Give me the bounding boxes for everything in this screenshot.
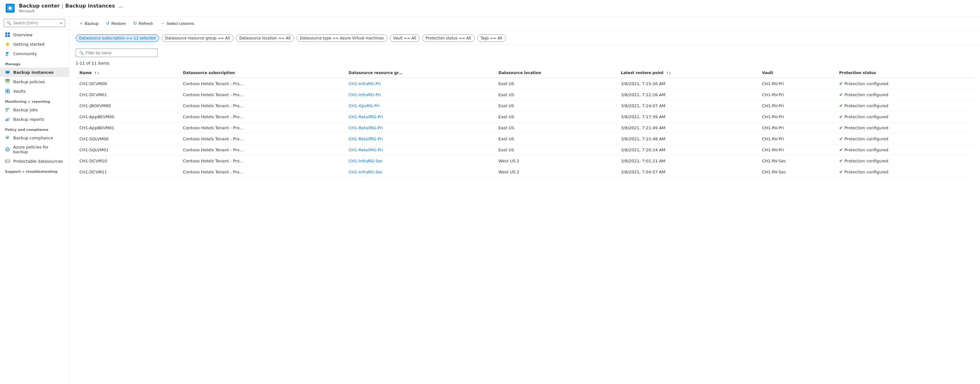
filter-chip-tags[interactable]: Tags == All [477, 34, 506, 42]
sidebar-item-label-backup-policies: Backup policies [13, 80, 45, 84]
sidebar-item-protectable-datasources[interactable]: Protectable datasources [0, 156, 69, 166]
svg-rect-3 [8, 32, 10, 34]
table-row[interactable]: CH1-DCVM11Contoso Hotels Tenant - Pro...… [76, 166, 974, 177]
table-cell-vault: CH1-RV-Pri [758, 144, 835, 155]
collapse-icon[interactable]: « [60, 21, 62, 25]
table-cell-vault: CH1-RV-Sec [758, 155, 835, 166]
table-row[interactable]: CH1-JBOXVM00Contoso Hotels Tenant - Pro.… [76, 100, 974, 111]
table-cell-datasource-resource-group[interactable]: CH1-RetailRG-Pri [345, 133, 495, 144]
table-cell-datasource-resource-group[interactable]: CH1-InfraRG-Sec [345, 155, 495, 166]
table-cell-protection-status: ✔Protection configured [835, 122, 974, 133]
sidebar-item-label-backup-jobs: Backup jobs [13, 107, 38, 112]
table-row[interactable]: CH1-AppBEVM00Contoso Hotels Tenant - Pro… [76, 111, 974, 122]
table-row[interactable]: CH1-DCVM00Contoso Hotels Tenant - Pro...… [76, 78, 974, 89]
sidebar-nav-overview[interactable]: Overview [0, 30, 69, 40]
filter-chip-datasource-location[interactable]: Datasource location == All [236, 34, 294, 42]
filter-chip-datasource-type[interactable]: Datasource type == Azure Virtual machine… [296, 34, 387, 42]
filter-chip-vault[interactable]: Vault == All [390, 34, 420, 42]
table-cell-latest-restore-point: 3/8/2021, 7:20:24 AM [617, 144, 759, 155]
sidebar-item-backup-reports[interactable]: Backup reports [0, 115, 69, 124]
table-cell-vault: CH1-RV-Pri [758, 122, 835, 133]
protection-status-text: Protection configured [845, 170, 888, 174]
vaults-icon [5, 89, 10, 94]
filter-chip-datasource-resource-group[interactable]: Datasource resource group == All [162, 34, 234, 42]
sidebar-nav-community[interactable]: Community [0, 49, 69, 58]
filter-by-name-input[interactable] [86, 51, 154, 55]
table-cell-datasource-location: East US [495, 144, 617, 155]
col-header-name[interactable]: Name ↑↓ [76, 68, 179, 78]
content-area: ＋ Backup ↺ Restore ↻ Refresh → Select co… [69, 16, 980, 384]
table-cell-datasource-resource-group[interactable]: CH1-InfraRG-Sec [345, 166, 495, 177]
col-header-datasource-resource-group: Datasource resource gr... [345, 68, 495, 78]
status-badge: ✔Protection configured [839, 114, 970, 119]
table-row[interactable]: CH1-SQLVM01Contoso Hotels Tenant - Pro..… [76, 144, 974, 155]
filter-chip-datasource-subscription[interactable]: Datasource subscription == 12 selected [76, 34, 159, 42]
protection-check-icon: ✔ [839, 92, 843, 97]
protection-status-text: Protection configured [845, 92, 888, 97]
main-layout: 🔍 « Overview Getting started Community M… [0, 16, 980, 384]
svg-rect-11 [5, 80, 10, 80]
table-cell-datasource-location: East US [495, 133, 617, 144]
table-cell-datasource-resource-group[interactable]: CH1-InfraRG-Pri [345, 89, 495, 100]
table-cell-vault: CH1-RV-Pri [758, 78, 835, 89]
sidebar-item-backup-jobs[interactable]: Backup jobs [0, 105, 69, 115]
more-button[interactable]: ... [118, 3, 123, 9]
sidebar: 🔍 « Overview Getting started Community M… [0, 16, 69, 384]
table-row[interactable]: CH1-AppBEVM01Contoso Hotels Tenant - Pro… [76, 122, 974, 133]
table-cell-datasource-resource-group[interactable]: CH1-RetailRG-Pri [345, 111, 495, 122]
support-section-label: Support + troubleshooting [0, 166, 69, 175]
svg-rect-18 [8, 117, 10, 121]
table-cell-datasource-location: East US [495, 78, 617, 89]
protection-check-icon: ✔ [839, 103, 843, 108]
manage-section-label: Manage [0, 58, 69, 67]
table-cell-datasource-resource-group[interactable]: CH1-RetailRG-Pri [345, 144, 495, 155]
table-row[interactable]: CH1-DCVM10Contoso Hotels Tenant - Pro...… [76, 155, 974, 166]
svg-rect-10 [6, 71, 9, 73]
backup-icon: ＋ [79, 21, 83, 26]
sidebar-item-label-overview: Overview [13, 32, 32, 37]
protection-status-text: Protection configured [845, 104, 888, 108]
filter-chip-protection-status[interactable]: Protection status == All [422, 34, 474, 42]
sidebar-item-azure-policies[interactable]: Azure policies for backup [0, 142, 69, 156]
table-cell-datasource-resource-group[interactable]: CH1-InfraRG-Pri [345, 78, 495, 89]
toolbar: ＋ Backup ↺ Restore ↻ Refresh → Select co… [69, 16, 980, 30]
table-cell-datasource-resource-group[interactable]: CH1-RetailRG-Pri [345, 122, 495, 133]
table-row[interactable]: CH1-SQLVM00Contoso Hotels Tenant - Pro..… [76, 133, 974, 144]
restore-icon: ↺ [106, 21, 110, 26]
svg-point-7 [8, 52, 10, 54]
sidebar-search-input[interactable] [13, 21, 58, 25]
table-body: CH1-DCVM00Contoso Hotels Tenant - Pro...… [76, 78, 974, 177]
protection-check-icon: ✔ [839, 158, 843, 163]
table-cell-protection-status: ✔Protection configured [835, 89, 974, 100]
table-cell-datasource-resource-group[interactable]: CH1-OpsRG-Pri [345, 100, 495, 111]
table-row[interactable]: CH1-DCVM01Contoso Hotels Tenant - Pro...… [76, 89, 974, 100]
svg-point-6 [6, 52, 8, 54]
table-cell-datasource-subscription: Contoso Hotels Tenant - Pro... [179, 100, 345, 111]
col-header-latest-restore-point[interactable]: Latest restore point ↑↓ [617, 68, 759, 78]
table-cell-name: CH1-DCVM10 [76, 155, 179, 166]
protection-check-icon: ✔ [839, 169, 843, 174]
table-cell-name: CH1-DCVM01 [76, 89, 179, 100]
sidebar-item-backup-policies[interactable]: Backup policies [0, 77, 69, 86]
restore-button[interactable]: ↺ Restore [103, 19, 129, 27]
sidebar-nav-getting-started[interactable]: Getting started [0, 40, 69, 49]
protection-status-text: Protection configured [845, 81, 888, 86]
svg-rect-13 [5, 83, 10, 84]
sidebar-item-vaults[interactable]: Vaults [0, 86, 69, 96]
backup-button[interactable]: ＋ Backup [76, 19, 102, 28]
table-cell-datasource-subscription: Contoso Hotels Tenant - Pro... [179, 155, 345, 166]
status-badge: ✔Protection configured [839, 92, 970, 97]
table-cell-protection-status: ✔Protection configured [835, 111, 974, 122]
sidebar-item-backup-compliance[interactable]: Backup compliance [0, 133, 69, 142]
sort-icon-latest-restore-point: ↑↓ [665, 71, 671, 75]
table-cell-latest-restore-point: 3/8/2021, 7:15:26 AM [617, 78, 759, 89]
sidebar-item-backup-instances[interactable]: Backup instances [0, 67, 69, 77]
status-badge: ✔Protection configured [839, 147, 970, 152]
sidebar-item-label-backup-instances: Backup instances [13, 70, 54, 75]
top-header: Backup center | Backup instances ... Mic… [0, 0, 980, 16]
table-cell-name: CH1-JBOXVM00 [76, 100, 179, 111]
table-cell-datasource-location: East US [495, 111, 617, 122]
refresh-button[interactable]: ↻ Refresh [130, 19, 156, 27]
select-columns-button[interactable]: → Select columns [157, 19, 197, 27]
svg-rect-2 [5, 32, 7, 34]
